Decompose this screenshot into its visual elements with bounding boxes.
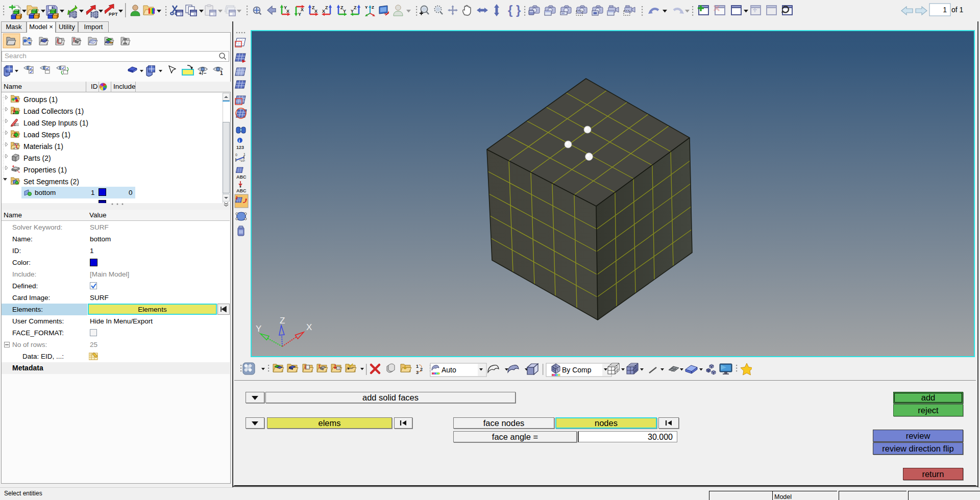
svg-text:123: 123 [236, 145, 244, 150]
svg-text:1: 1 [243, 153, 246, 156]
svg-text:i: i [239, 138, 240, 143]
svg-text:Auto: Auto [442, 366, 456, 374]
svg-text:Y: Y [256, 324, 261, 334]
svg-text:*10¹: *10¹ [239, 159, 245, 162]
svg-text:X: X [306, 322, 312, 332]
svg-text:0: 0 [235, 153, 237, 157]
svg-text:3: 3 [416, 370, 419, 375]
svg-text:ABC: ABC [236, 174, 247, 180]
svg-text:1: 1 [416, 364, 419, 369]
svg-text:By Comp: By Comp [562, 366, 592, 374]
svg-text:Z: Z [280, 316, 285, 326]
svg-text:ABC: ABC [236, 188, 247, 193]
